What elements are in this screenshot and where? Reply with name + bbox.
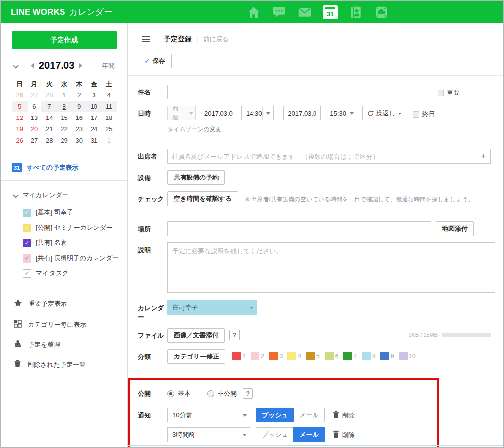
calendar-day[interactable]: 26 <box>12 90 27 100</box>
category-swatch[interactable]: 1 <box>232 352 246 360</box>
reserve-equipment-button[interactable]: 共有設備の予約 <box>167 170 225 185</box>
description-textarea[interactable] <box>167 242 495 293</box>
calendar-checkbox[interactable]: ✓ <box>23 269 31 278</box>
calendar-day[interactable]: 30 <box>72 135 87 146</box>
calendar-day[interactable]: 27 <box>27 90 42 100</box>
all-events-link[interactable]: 31 すべての予定表示 <box>1 154 127 180</box>
sidebar-tool-stamp[interactable]: 予定を整理 <box>14 340 127 349</box>
allday-checkbox[interactable] <box>413 111 419 118</box>
notify-time-select[interactable]: 3時間前 <box>167 427 250 442</box>
menu-icon[interactable] <box>138 31 154 47</box>
calendar-day[interactable]: 3 <box>87 90 101 100</box>
end-time-select[interactable]: 15:30 <box>325 106 357 120</box>
calendar-day[interactable]: 20 <box>27 124 42 134</box>
home-icon[interactable] <box>246 5 261 20</box>
calendar-day[interactable]: 22 <box>57 124 71 134</box>
category-swatch[interactable]: 9 <box>380 352 394 360</box>
mail-button[interactable]: メール <box>293 408 325 422</box>
calendar-day[interactable]: 15 <box>57 113 71 123</box>
back-link[interactable]: 前に戻る <box>203 35 229 44</box>
era-select[interactable]: 西暦 <box>167 106 196 120</box>
calendar-day[interactable]: 7 <box>42 101 57 112</box>
attach-map-button[interactable]: 地図添付 <box>436 221 474 236</box>
collapse-calendar-icon[interactable] <box>13 63 18 68</box>
category-swatch[interactable]: 10 <box>399 352 415 360</box>
calendar-day[interactable]: 13 <box>27 113 42 123</box>
calendar-checkbox[interactable]: ✓ <box>23 224 31 232</box>
sidebar-tool-star[interactable]: 重要予定表示 <box>14 299 127 309</box>
repeat-button[interactable]: 繰返し <box>362 106 406 120</box>
add-attendee-button[interactable]: + <box>476 149 491 164</box>
calendar-list-item[interactable]: ✓[共有] 長橋明子のカレンダー <box>1 254 127 263</box>
drive-icon[interactable] <box>374 5 389 20</box>
sidebar-tool-trash[interactable]: 削除された予定一覧 <box>14 360 127 369</box>
calendar-checkbox[interactable]: ✓ <box>23 209 31 217</box>
delete-notification-button[interactable]: 削除 <box>332 411 355 420</box>
calendar-icon[interactable]: 31 <box>323 5 338 20</box>
calendar-day[interactable]: 28 <box>42 90 57 100</box>
calendar-day[interactable]: 9 <box>71 101 86 112</box>
file-help-button[interactable]: ? <box>229 330 240 340</box>
delete-notification-button[interactable]: 削除 <box>332 430 355 440</box>
calendar-select[interactable]: 庄司幸子 <box>167 300 257 315</box>
calendar-day[interactable]: 29 <box>57 135 71 146</box>
push-button[interactable]: プッシュ <box>256 408 294 422</box>
location-input[interactable] <box>167 221 431 236</box>
my-calendar-section-header[interactable]: マイカレンダー <box>1 181 127 200</box>
calendar-checkbox[interactable]: ✓ <box>23 239 31 247</box>
calendar-checkbox[interactable]: ✓ <box>23 254 31 263</box>
calendar-day[interactable]: 25 <box>101 124 116 134</box>
timezone-link[interactable]: タイムゾーンの変更 <box>167 125 221 134</box>
calendar-list-item[interactable]: ✓[共有] 名倉 <box>1 239 127 247</box>
calendar-list-item[interactable]: ✓[基本] 司幸子 <box>1 208 127 217</box>
check-availability-button[interactable]: 空き時間を確認する <box>167 191 238 206</box>
calendar-day[interactable]: 4 <box>101 90 116 100</box>
calendar-day[interactable]: 23 <box>72 124 87 134</box>
calendar-day[interactable]: 26 <box>12 135 27 146</box>
create-event-button[interactable]: 予定作成 <box>12 31 117 49</box>
calendar-day[interactable]: 2 <box>72 90 87 100</box>
calendar-day[interactable]: 1 <box>101 135 116 146</box>
calendar-day[interactable]: 16 <box>72 113 87 123</box>
basic-radio[interactable] <box>167 390 174 397</box>
private-radio[interactable] <box>207 390 214 397</box>
contacts-icon[interactable] <box>348 5 363 20</box>
start-date-input[interactable] <box>200 106 237 120</box>
calendar-day[interactable]: 11 <box>101 101 116 112</box>
mail-icon[interactable] <box>297 5 312 20</box>
visibility-help-button[interactable]: ? <box>243 388 253 399</box>
calendar-day[interactable]: 1 <box>57 90 71 100</box>
calendar-list-item[interactable]: ✓[公開] セミナーカレンダー <box>1 223 127 232</box>
save-button[interactable]: ✓ 保存 <box>138 54 172 68</box>
mail-button[interactable]: メール <box>293 427 325 442</box>
calendar-day[interactable]: 21 <box>42 124 57 134</box>
category-swatch[interactable]: 6 <box>325 352 339 360</box>
prev-month-icon[interactable] <box>29 63 34 68</box>
category-swatch[interactable]: 8 <box>362 352 376 360</box>
edit-category-button[interactable]: カテゴリー修正 <box>167 349 225 364</box>
calendar-day[interactable]: 19 <box>12 124 27 134</box>
sidebar-tool-category-grid[interactable]: カテゴリー毎に表示 <box>14 320 127 329</box>
attach-file-button[interactable]: 画像／文書添付 <box>167 328 225 343</box>
end-date-input[interactable] <box>284 106 321 120</box>
calendar-day[interactable]: 14 <box>42 113 57 123</box>
calendar-list-item[interactable]: ✓マイタスク <box>1 269 127 278</box>
calendar-day[interactable]: 10 <box>87 101 101 112</box>
calendar-day[interactable]: 17 <box>87 113 101 123</box>
subject-input[interactable] <box>167 85 431 99</box>
chat-icon[interactable] <box>272 5 286 20</box>
calendar-day[interactable]: 12 <box>12 113 27 123</box>
next-month-icon[interactable] <box>79 63 85 68</box>
calendar-day[interactable]: 31 <box>87 135 101 146</box>
attendees-input[interactable] <box>167 149 476 164</box>
notify-time-select[interactable]: 10分前 <box>167 408 250 422</box>
category-swatch[interactable]: 7 <box>343 352 357 360</box>
calendar-day[interactable]: 27 <box>27 135 42 146</box>
calendar-day[interactable]: 28 <box>42 135 57 146</box>
start-time-select[interactable]: 14:30 <box>241 106 274 120</box>
push-button[interactable]: プッシュ <box>256 427 294 442</box>
category-swatch[interactable]: 5 <box>306 352 320 360</box>
category-swatch[interactable]: 2 <box>251 352 264 360</box>
calendar-day[interactable]: 8 <box>57 101 71 112</box>
year-view-link[interactable]: 年間 <box>102 61 115 70</box>
